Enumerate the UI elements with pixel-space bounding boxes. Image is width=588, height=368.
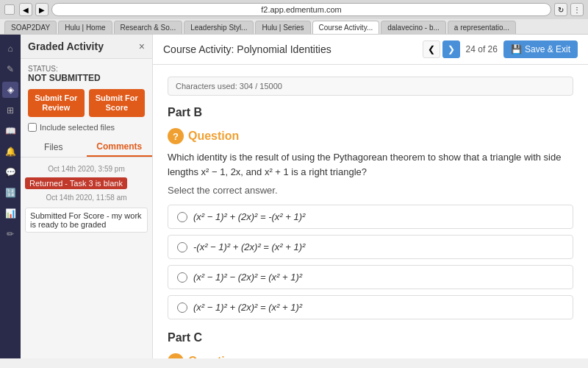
comment1-tag: Returned - Task 3 is blank — [25, 177, 127, 189]
part-b-label: Part B — [168, 106, 573, 119]
status-label: Status: — [28, 65, 145, 73]
submit-buttons: Submit For Review Submit For Score — [21, 89, 152, 123]
main-title: Course Activity: Polynomial Identities — [163, 43, 331, 55]
status-value: NOT SUBMITTED — [28, 73, 145, 83]
include-files-section: Include selected files — [21, 123, 152, 138]
part-c-label: Part C — [168, 331, 573, 344]
comment2-date: Oct 14th 2020, 11:58 am — [25, 191, 148, 205]
answer-radio-2[interactable] — [177, 242, 187, 252]
back-button[interactable]: ◀ — [19, 3, 32, 16]
question-c-icon: ? — [168, 353, 184, 358]
menu-button[interactable]: ⋮ — [570, 3, 584, 16]
tab-hulu-series[interactable]: Hulu | Series — [255, 21, 310, 34]
sidebar-icon-book[interactable]: 📖 — [2, 123, 18, 139]
part-c-section: Part C ? Question — [168, 331, 573, 358]
answer-text-3: (x² − 1)² − (2x)² = (x² + 1)² — [193, 272, 302, 283]
forward-button[interactable]: ▶ — [35, 3, 49, 16]
answer-option-4[interactable]: (x² − 1)² + (2x)² = (x² + 1)² — [168, 295, 573, 319]
include-files-label: Include selected files — [40, 123, 115, 132]
include-files-checkbox[interactable] — [28, 123, 37, 132]
answer-option-1[interactable]: (x² − 1)² + (2x)² = -(x² + 1)² — [168, 205, 573, 229]
graded-activity-panel: Graded Activity × Status: NOT SUBMITTED … — [21, 35, 153, 358]
sidebar-icon-activity[interactable]: ◈ — [2, 82, 18, 98]
tab-dalavecino[interactable]: dalavecino - b... — [381, 21, 446, 34]
icon-sidebar: ⌂ ✎ ◈ ⊞ 📖 🔔 💬 🔢 📊 ✏ — [0, 35, 21, 358]
answer-text-1: (x² − 1)² + (2x)² = -(x² + 1)² — [193, 211, 305, 222]
question-header: ? Question — [168, 128, 573, 144]
comment2-body: Submitted For Score - my work is ready t… — [25, 208, 148, 233]
answer-text-2: -(x² − 1)² + (2x)² = (x² + 1)² — [193, 241, 305, 252]
answer-radio-3[interactable] — [177, 272, 187, 283]
sidebar-icon-grid[interactable]: ⊞ — [2, 102, 18, 118]
answer-option-3[interactable]: (x² − 1)² − (2x)² = (x² + 1)² — [168, 265, 573, 289]
submit-for-score-button[interactable]: Submit For Score — [89, 89, 146, 117]
question-icon: ? — [168, 128, 184, 144]
sidebar-icon-home[interactable]: ⌂ — [2, 40, 18, 57]
select-instruction: Select the correct answer. — [168, 185, 573, 196]
panel-header: Graded Activity × — [21, 35, 152, 59]
tab-soap2day[interactable]: SOAP2DAY — [4, 21, 57, 34]
tab-hulu-home[interactable]: Hulu | Home — [58, 21, 112, 34]
sidebar-icon-pen[interactable]: ✏ — [2, 226, 18, 242]
prev-page-button[interactable]: ❮ — [423, 40, 440, 58]
tab-leadership[interactable]: Leadership Styl... — [184, 21, 254, 34]
content-area: Characters used: 304 / 15000 Part B ? Qu… — [153, 65, 588, 358]
submit-for-review-button[interactable]: Submit For Review — [28, 89, 85, 117]
tab-comments-button[interactable]: Comments — [87, 138, 153, 157]
page-nav: ❮ ❯ — [423, 40, 460, 58]
tab-representation[interactable]: a representatio... — [448, 21, 516, 34]
answer-text-4: (x² − 1)² + (2x)² = (x² + 1)² — [193, 302, 302, 313]
chars-used: Characters used: 304 / 15000 — [168, 77, 573, 96]
sidebar-icon-calc[interactable]: 🔢 — [2, 185, 18, 201]
question-c-label: Question — [188, 355, 239, 358]
page-count: 24 of 26 — [466, 44, 498, 54]
tab-course-activity[interactable]: Course Activity... — [312, 21, 380, 34]
comment1-date: Oct 14th 2020, 3:59 pm — [25, 162, 148, 176]
answer-options: (x² − 1)² + (2x)² = -(x² + 1)² -(x² − 1)… — [168, 205, 573, 319]
question-text: Which identity is the result of using th… — [168, 150, 573, 179]
header-right: ❮ ❯ 24 of 26 💾 Save & Exit — [423, 40, 578, 58]
main-header: Course Activity: Polynomial Identities ❮… — [153, 35, 588, 65]
next-page-button[interactable]: ❯ — [442, 40, 460, 58]
tab-files-button[interactable]: Files — [21, 138, 87, 157]
tab-research[interactable]: Research & So... — [114, 21, 183, 34]
question-c-header: ? Question — [168, 353, 573, 358]
refresh-button[interactable]: ↻ — [554, 3, 567, 16]
question-label: Question — [188, 130, 239, 143]
sidebar-icon-chat[interactable]: 💬 — [2, 164, 18, 180]
answer-radio-4[interactable] — [177, 302, 187, 313]
main-content: Course Activity: Polynomial Identities ❮… — [153, 35, 588, 358]
answer-option-2[interactable]: -(x² − 1)² + (2x)² = (x² + 1)² — [168, 235, 573, 259]
panel-title: Graded Activity — [28, 40, 104, 52]
sidebar-icon-chart[interactable]: 📊 — [2, 205, 18, 222]
sidebar-icon-edit[interactable]: ✎ — [2, 61, 18, 77]
comments-section: Oct 14th 2020, 3:59 pm Returned - Task 3… — [21, 158, 152, 358]
panel-tabs: Files Comments — [21, 138, 152, 158]
panel-close-button[interactable]: × — [139, 40, 145, 52]
status-section: Status: NOT SUBMITTED — [21, 59, 152, 89]
address-bar[interactable]: f2.app.edmentum.com — [51, 3, 551, 16]
window-control[interactable] — [4, 4, 15, 15]
sidebar-icon-bell[interactable]: 🔔 — [2, 144, 18, 160]
answer-radio-1[interactable] — [177, 212, 187, 222]
save-icon: 💾 — [511, 44, 522, 54]
browser-tabs: SOAP2DAY Hulu | Home Research & So... Le… — [0, 19, 588, 34]
save-exit-button[interactable]: 💾 Save & Exit — [503, 40, 578, 58]
